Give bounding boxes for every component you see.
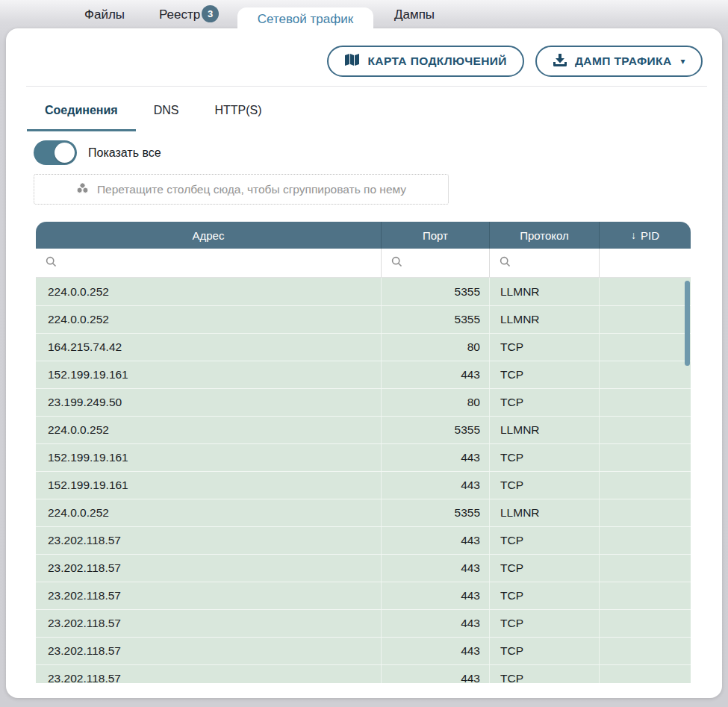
cell-protocol: TCP (489, 555, 599, 582)
cell-port: 443 (381, 361, 489, 388)
pid-header-label: PID (641, 229, 659, 242)
cell-address: 224.0.0.252 (36, 499, 381, 526)
cell-address: 23.202.118.57 (36, 527, 381, 554)
cell-pid (599, 555, 691, 582)
connections-map-label: КАРТА ПОДКЛЮЧЕНИЙ (367, 54, 506, 68)
group-by-dropzone[interactable]: Перетащите столбец сюда, чтобы сгруппиро… (34, 174, 449, 205)
subtab-dns[interactable]: DNS (136, 102, 197, 131)
cell-pid (599, 361, 691, 388)
group-icon (76, 182, 89, 197)
table-row[interactable]: 23.202.118.57443TCP (36, 554, 691, 582)
top-tab-bar: Файлы Реестр 3 Сетевой трафик Дампы (0, 0, 728, 31)
table-header-row: Адрес Порт Протокол ↓ PID (36, 222, 691, 249)
protocol-filter-input[interactable] (489, 249, 599, 277)
cell-protocol: TCP (489, 610, 599, 637)
cell-protocol: TCP (489, 582, 599, 609)
table-row[interactable]: 224.0.0.2525355LLMNR (36, 499, 691, 526)
port-filter-input[interactable] (381, 249, 489, 277)
cell-port: 443 (381, 638, 489, 664)
cell-address: 224.0.0.252 (36, 306, 381, 333)
cell-port: 443 (381, 555, 489, 582)
show-all-toggle[interactable] (34, 140, 77, 165)
address-header-label: Адрес (193, 229, 225, 242)
subtab-connections[interactable]: Соединения (27, 102, 136, 131)
cell-pid (599, 610, 691, 637)
table-row[interactable]: 224.0.0.2525355LLMNR (36, 278, 691, 305)
search-icon (391, 256, 402, 270)
table-row[interactable]: 23.199.249.5080TCP (36, 388, 691, 416)
cell-protocol: LLMNR (489, 306, 599, 333)
column-header-port[interactable]: Порт (381, 222, 489, 249)
connections-map-button[interactable]: КАРТА ПОДКЛЮЧЕНИЙ (327, 46, 523, 77)
column-header-address[interactable]: Адрес (36, 222, 381, 249)
table-row[interactable]: 164.215.74.4280TCP (36, 333, 691, 361)
cell-address: 164.215.74.42 (36, 334, 381, 361)
cell-protocol: TCP (489, 665, 599, 683)
subtab-bar: Соединения DNS HTTP(S) (27, 102, 280, 131)
traffic-dump-label: ДАМП ТРАФИКА (575, 54, 672, 68)
cell-pid (599, 334, 691, 361)
cell-port: 5355 (381, 278, 489, 305)
connections-table: Адрес Порт Протокол ↓ PID (36, 222, 691, 683)
tab-dumps[interactable]: Дампы (394, 0, 435, 30)
cell-address: 23.202.118.57 (36, 610, 381, 637)
cell-port: 443 (381, 582, 489, 609)
cell-protocol: LLMNR (489, 499, 599, 526)
address-filter-input[interactable] (36, 249, 381, 277)
subtab-https[interactable]: HTTP(S) (196, 102, 279, 131)
traffic-dump-button[interactable]: ДАМП ТРАФИКА ▾ (535, 46, 703, 77)
cell-pid (599, 306, 691, 333)
tab-network-traffic[interactable]: Сетевой трафик (237, 7, 373, 33)
cell-protocol: TCP (489, 638, 599, 664)
cell-port: 5355 (381, 417, 489, 443)
cell-address: 152.199.19.161 (36, 472, 381, 499)
table-row[interactable]: 23.202.118.57443TCP (36, 582, 691, 609)
download-icon (553, 53, 567, 70)
vertical-scrollbar[interactable] (685, 281, 690, 366)
toggle-knob (55, 143, 75, 163)
cell-pid (599, 582, 691, 609)
cell-pid (599, 638, 691, 664)
search-icon (46, 256, 57, 270)
port-header-label: Порт (423, 229, 448, 242)
cell-pid (599, 499, 691, 526)
tab-files[interactable]: Файлы (84, 0, 125, 30)
cell-address: 224.0.0.252 (36, 417, 381, 443)
tab-registry[interactable]: Реестр (159, 0, 200, 30)
table-row[interactable]: 224.0.0.2525355LLMNR (36, 305, 691, 333)
cell-address: 152.199.19.161 (36, 444, 381, 471)
cell-protocol: TCP (489, 472, 599, 499)
table-row[interactable]: 23.202.118.57443TCP (36, 637, 691, 664)
cell-protocol: TCP (489, 444, 599, 471)
table-filter-row (36, 249, 691, 278)
table-row[interactable]: 152.199.19.161443TCP (36, 443, 691, 471)
cell-address: 23.202.118.57 (36, 555, 381, 582)
cell-pid (599, 417, 691, 443)
table-row[interactable]: 23.202.118.57443TCP (36, 526, 691, 554)
content-card: КАРТА ПОДКЛЮЧЕНИЙ ДАМП ТРАФИКА ▾ Соедине… (6, 28, 722, 698)
show-all-row: Показать все (34, 140, 161, 165)
cell-port: 5355 (381, 306, 489, 333)
map-icon (344, 53, 360, 69)
cell-port: 443 (381, 444, 489, 471)
column-header-pid[interactable]: ↓ PID (599, 222, 691, 249)
sort-descending-icon: ↓ (631, 229, 636, 241)
column-header-protocol[interactable]: Протокол (489, 222, 599, 249)
table-row[interactable]: 23.202.118.57443TCP (36, 609, 691, 637)
table-row[interactable]: 152.199.19.161443TCP (36, 361, 691, 388)
table-row[interactable]: 152.199.19.161443TCP (36, 471, 691, 499)
table-row[interactable]: 23.202.118.57443TCP (36, 664, 691, 683)
chevron-down-icon: ▾ (681, 56, 685, 66)
group-hint-text: Перетащите столбец сюда, чтобы сгруппиро… (97, 183, 406, 196)
cell-address: 23.202.118.57 (36, 638, 381, 664)
cell-pid (599, 527, 691, 554)
cell-address: 23.202.118.57 (36, 582, 381, 609)
pid-filter-cell (599, 249, 691, 277)
cell-pid (599, 389, 691, 416)
cell-address: 23.202.118.57 (36, 665, 381, 683)
table-row[interactable]: 224.0.0.2525355LLMNR (36, 416, 691, 443)
cell-port: 443 (381, 665, 489, 683)
toolbar: КАРТА ПОДКЛЮЧЕНИЙ ДАМП ТРАФИКА ▾ (327, 46, 703, 77)
cell-port: 80 (381, 334, 489, 361)
cell-protocol: TCP (489, 361, 599, 388)
